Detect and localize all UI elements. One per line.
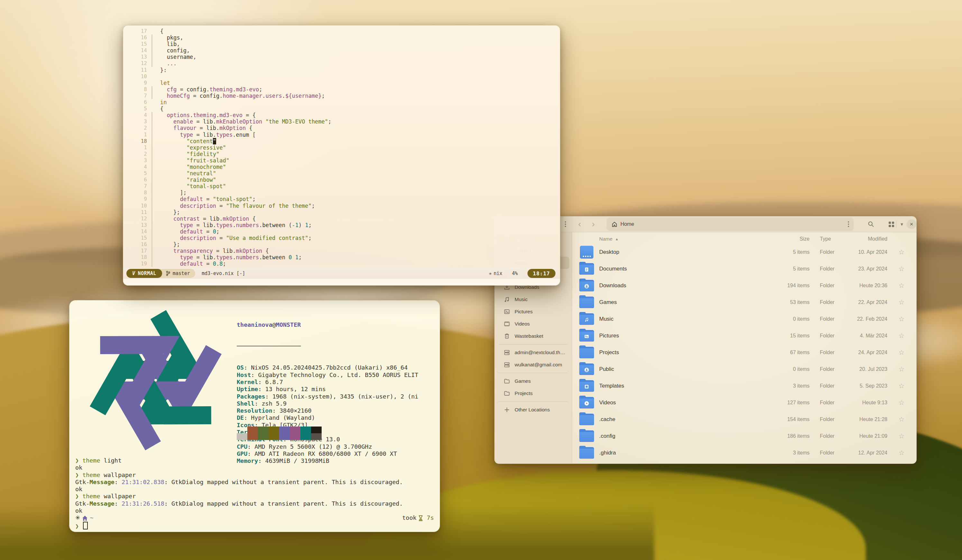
path-bar[interactable]: Home <box>607 218 854 231</box>
code-line[interactable]: 3 "fruit-salad" <box>123 157 560 164</box>
sidebar-item-videos[interactable]: Videos <box>497 318 569 330</box>
file-type: Folder <box>820 350 849 355</box>
back-button[interactable]: ‹ <box>575 216 584 232</box>
column-size[interactable]: Size <box>771 236 810 242</box>
star-icon[interactable]: ☆ <box>895 265 908 273</box>
code-line[interactable]: 15 lib, <box>123 41 560 47</box>
sidebar-item-wulkanat-gmail-com[interactable]: wulkanat@gmail.com <box>497 359 569 371</box>
sidebar-item-games[interactable]: Games <box>497 375 569 387</box>
code-line[interactable]: 11}: <box>123 67 560 73</box>
code-line[interactable]: 5 "neutral" <box>123 170 560 177</box>
code-line[interactable]: 7 "tonal-spot" <box>123 183 560 189</box>
code-line[interactable]: 17 transparency = lib.mkOption { <box>123 248 560 254</box>
forward-button[interactable]: › <box>589 216 598 232</box>
code-line[interactable]: 14 config, <box>123 47 560 54</box>
search-button[interactable] <box>866 216 876 232</box>
file-row-templates[interactable]: Templates3 itemsFolder5. Sep 2023☆ <box>572 378 916 394</box>
file-row-documents[interactable]: Documents5 itemsFolder23. Apr 2024☆ <box>572 261 916 277</box>
folder-menu-button[interactable] <box>848 221 849 227</box>
code-line[interactable]: 13 username, <box>123 54 560 60</box>
code-line[interactable]: 13 type = lib.types.numbers.between (-1)… <box>123 222 560 228</box>
desktop-icon <box>579 246 594 258</box>
file-row-videos[interactable]: Videos127 itemsFolderHeute 9:13☆ <box>572 394 916 411</box>
star-icon[interactable]: ☆ <box>895 416 908 423</box>
code-line[interactable]: 10 <box>123 73 560 80</box>
file-row-dot-cache[interactable]: .cache154 itemsFolderHeute 21:28☆ <box>572 411 916 428</box>
code-buffer[interactable]: 17{16 pkgs,15 lib,14 config,13 username,… <box>123 26 560 268</box>
view-grid-button[interactable] <box>887 216 896 232</box>
code-line[interactable]: 18 "content" <box>123 138 560 144</box>
code-line[interactable]: 16 }; <box>123 241 560 248</box>
code-line[interactable]: 19 default = 0.8; <box>123 261 560 267</box>
code-line[interactable]: 1 "expressive" <box>123 144 560 151</box>
file-row-games[interactable]: Games53 itemsFolder22. Apr 2024☆ <box>572 294 916 311</box>
line-number: 5 <box>123 105 152 112</box>
code-line[interactable]: 12 contrast = lib.mkOption { <box>123 216 560 222</box>
file-row-dot-config[interactable]: .config186 itemsFolderHeute 21:09☆ <box>572 428 916 444</box>
editor-window[interactable]: 17{16 pkgs,15 lib,14 config,13 username,… <box>123 25 560 286</box>
star-icon[interactable]: ☆ <box>895 249 908 256</box>
column-name[interactable]: Name ▲ <box>599 236 771 242</box>
gutter-change-bar <box>152 132 152 138</box>
code-line[interactable]: 5{ <box>123 105 560 112</box>
palette-swatch <box>237 433 247 440</box>
star-icon[interactable]: ☆ <box>895 299 908 306</box>
gutter-change-bar <box>152 228 152 235</box>
code-line[interactable]: 4 "monochrome" <box>123 164 560 170</box>
sidebar-item-wastebasket[interactable]: Wastebasket <box>497 330 569 342</box>
file-row-desktop[interactable]: Desktop5 itemsFolder10. Apr 2024☆ <box>572 244 916 261</box>
star-icon[interactable]: ☆ <box>895 449 908 457</box>
column-type[interactable]: Type <box>820 236 849 242</box>
code-line[interactable]: 12 ... <box>123 60 560 66</box>
shell-input-line[interactable]: ❯ <box>75 522 434 530</box>
star-icon[interactable]: ☆ <box>895 432 908 440</box>
sidebar-item-other-locations[interactable]: Other Locations <box>497 403 569 416</box>
code-line[interactable]: 15 description = "Use a modified contras… <box>123 235 560 241</box>
line-number: 13 <box>123 222 152 228</box>
sidebar-item-pictures[interactable]: Pictures <box>497 305 569 318</box>
column-modified[interactable]: Modified <box>849 236 888 242</box>
file-row-music[interactable]: Music0 itemsFolder22. Feb 2024☆ <box>572 311 916 328</box>
code-line[interactable]: 8 ]; <box>123 189 560 196</box>
code-line[interactable]: 7 homeCfg = config.home-manager.users.${… <box>123 93 560 99</box>
code-line[interactable]: 9let <box>123 80 560 86</box>
code-line[interactable]: 4 options.theming.md3-evo = { <box>123 112 560 118</box>
star-icon[interactable]: ☆ <box>895 349 908 357</box>
sidebar-item-projects[interactable]: Projects <box>497 387 569 400</box>
close-window-button[interactable]: × <box>907 219 916 229</box>
code-line[interactable]: 3 enable = lib.mkEnableOption "the MD3-E… <box>123 118 560 125</box>
kebab-menu-button[interactable] <box>561 216 570 232</box>
star-icon[interactable]: ☆ <box>895 399 908 407</box>
code-line[interactable]: 17{ <box>123 28 560 34</box>
code-line[interactable]: 18 type = lib.types.numbers.between 0 1; <box>123 254 560 261</box>
code-line[interactable]: 6in <box>123 99 560 105</box>
code-line[interactable]: 10 description = "The flavour of the the… <box>123 203 560 209</box>
star-icon[interactable]: ☆ <box>895 365 908 373</box>
terminal-window[interactable]: theaninova@MONSTER ────────────────── OS… <box>69 300 440 532</box>
file-size: 3 items <box>771 383 810 389</box>
code-line[interactable]: 2 "fidelity" <box>123 151 560 157</box>
code-line[interactable]: 9 default = "tonal-spot"; <box>123 196 560 202</box>
file-row-dot-ghidra[interactable]: .ghidra3 itemsFolder12. Apr 2024☆ <box>572 444 916 461</box>
code-line[interactable]: 16 pkgs, <box>123 34 560 41</box>
sidebar-item-music[interactable]: Music <box>497 293 569 305</box>
star-icon[interactable]: ☆ <box>895 315 908 323</box>
code-line[interactable]: 8 cfg = config.theming.md3-evo; <box>123 86 560 93</box>
file-row-downloads[interactable]: Downloads194 itemsFolderHeute 20:36☆ <box>572 277 916 294</box>
code-line[interactable]: 11 }; <box>123 209 560 216</box>
code-line[interactable]: 14 default = 0; <box>123 228 560 235</box>
file-row-projects[interactable]: Projects67 itemsFolder24. Apr 2024☆ <box>572 344 916 361</box>
code-line[interactable]: 6 "rainbow" <box>123 177 560 183</box>
code-line[interactable]: 1 type = lib.types.enum [ <box>123 132 560 138</box>
file-row-public[interactable]: Public0 itemsFolder20. Jul 2023☆ <box>572 361 916 378</box>
fetch-info-line: CPU: AMD Ryzen 5 5600X (12) @ 3.700GHz <box>237 443 435 450</box>
star-icon[interactable]: ☆ <box>895 282 908 289</box>
line-number: 15 <box>123 41 152 47</box>
terminal-session[interactable]: ❯ theme lightok❯ theme wallpaperGtk-Mess… <box>75 457 434 530</box>
star-icon[interactable]: ☆ <box>895 382 908 390</box>
file-row-pictures[interactable]: Pictures15 itemsFolder4. Mär 2024☆ <box>572 328 916 344</box>
code-line[interactable]: 2 flavour = lib.mkOption { <box>123 125 560 131</box>
sidebar-item-admin-nextcloud-theanin[interactable]: admin@nextcloud.theanin… <box>497 347 569 359</box>
view-options-chevron-down-icon[interactable]: ▼ <box>897 216 906 232</box>
star-icon[interactable]: ☆ <box>895 332 908 340</box>
